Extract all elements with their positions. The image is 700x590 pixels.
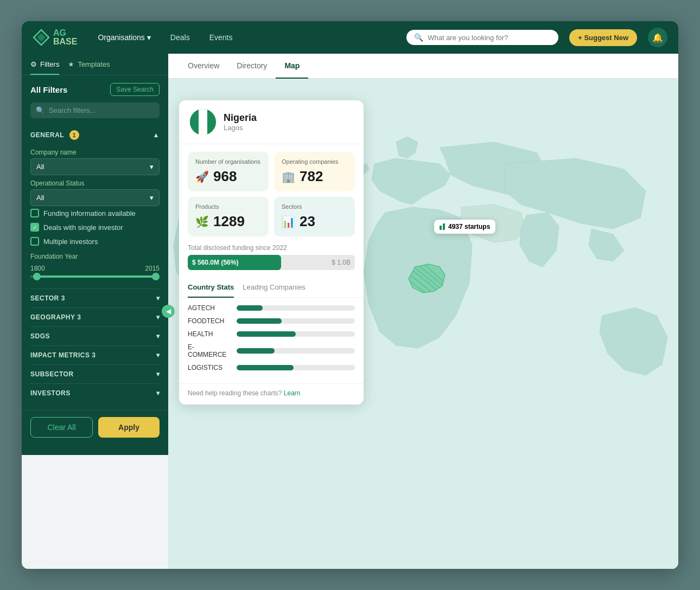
general-badge: 1 <box>69 130 79 140</box>
chevron-up-icon: ▲ <box>153 131 160 139</box>
chevron-down-icon: ▾ <box>156 313 160 321</box>
global-search-bar[interactable]: 🔍 <box>406 30 558 45</box>
deals-single-checkbox[interactable] <box>30 223 39 232</box>
filters-header: All Filters Save Search <box>30 83 160 96</box>
tab-map[interactable]: Map <box>276 54 308 79</box>
filter-group-impact-header[interactable]: IMPACT METRICS 3 ▾ <box>30 345 160 364</box>
foundation-year-range[interactable]: 1800 2015 <box>30 262 160 282</box>
top-navigation: AG BASE Organisations ▾ Deals Events 🔍 +… <box>22 21 678 54</box>
filter-group-investors-header[interactable]: INVESTORS ▾ <box>30 383 160 402</box>
stat-card-orgs: Number of organisations 🚀 968 <box>188 152 269 191</box>
bar-row: LOGISTICS <box>188 364 355 371</box>
sidebar-tab-templates[interactable]: ★ Templates <box>68 60 110 75</box>
chevron-down-icon: ▾ <box>156 370 160 378</box>
save-search-button[interactable]: Save Search <box>110 83 160 96</box>
nav-events[interactable]: Events <box>205 30 237 45</box>
filter-group-general: GENERAL 1 ▲ Company name All ▾ Operatio <box>30 126 160 286</box>
building-icon: 🏢 <box>282 170 295 183</box>
bar-label: AGTECH <box>188 304 231 312</box>
tab-directory[interactable]: Directory <box>228 54 276 79</box>
sidebar-wrapper: ⚙ Filters ★ Templates All Filters Save S… <box>22 54 168 569</box>
logo-text-base: BASE <box>53 37 77 46</box>
global-search-input[interactable] <box>428 34 551 42</box>
bar-label: FOODTECH <box>188 317 231 325</box>
nav-deals[interactable]: Deals <box>166 30 194 45</box>
sectors-label: Sectors <box>282 203 302 210</box>
filter-group-geography-header[interactable]: GEOGRAPHY 3 ▾ <box>30 307 160 326</box>
multiple-investors-checkbox[interactable] <box>30 237 39 246</box>
funding-info-checkbox[interactable] <box>30 209 39 217</box>
tooltip-label: 4937 startups <box>448 223 490 230</box>
funding-total: $ 1.0B <box>332 259 351 266</box>
bar-fill <box>237 348 275 354</box>
company-name-label: Company name <box>30 149 160 156</box>
suggest-new-button[interactable]: + Suggest New <box>569 29 637 46</box>
nav-organisations[interactable]: Organisations ▾ <box>93 30 155 45</box>
filter-group-sdgs-header[interactable]: SDGS ▾ <box>30 326 160 345</box>
sidebar-footer: Clear All Apply <box>22 410 168 444</box>
cs-tab-stats[interactable]: Country Stats <box>188 278 234 298</box>
sidebar-collapse-button[interactable]: ◀ <box>162 305 175 318</box>
bar-row: AGTECH <box>188 304 355 312</box>
operating-label: Operating companies <box>282 158 339 165</box>
operational-status-label: Operational Status <box>30 179 160 187</box>
funding-info-checkbox-row[interactable]: Funding information available <box>30 206 160 220</box>
range-max: 2015 <box>145 265 160 272</box>
sectors-value: 23 <box>300 213 315 230</box>
orgs-value: 968 <box>213 168 237 185</box>
chevron-left-icon: ◀ <box>166 307 171 315</box>
filters-title: All Filters <box>30 85 67 94</box>
tab-overview[interactable]: Overview <box>179 54 228 79</box>
chevron-down-icon: ▾ <box>156 389 160 397</box>
sector-badge: 3 <box>61 294 65 302</box>
country-name: Nigeria <box>224 112 257 124</box>
filter-search-box[interactable]: 🔍 <box>30 102 160 118</box>
apply-button[interactable]: Apply <box>98 417 160 438</box>
popup-footer: Need help reading these charts? Learn <box>179 383 364 405</box>
map-area[interactable]: 4937 startups Nigeria <box>168 79 678 569</box>
footer-learn-link[interactable]: Learn <box>284 389 301 397</box>
bar-row: E-COMMERCE <box>188 343 355 358</box>
chevron-down-icon: ▾ <box>156 332 160 340</box>
products-label: Products <box>195 203 219 210</box>
operational-status-select[interactable]: All ▾ <box>30 189 160 206</box>
logo[interactable]: AG BASE <box>33 29 77 46</box>
range-thumb-left[interactable] <box>33 273 41 280</box>
geography-badge: 3 <box>77 313 81 321</box>
filter-group-subsector-header[interactable]: SUBSECTOR ▾ <box>30 364 160 383</box>
search-icon: 🔍 <box>414 33 423 42</box>
filter-group-general-content: Company name All ▾ Operational Status Al… <box>30 149 160 286</box>
filter-search-input[interactable] <box>49 106 154 114</box>
funding-pct: (56%) <box>221 259 238 266</box>
stat-card-operating: Operating companies 🏢 782 <box>274 152 355 191</box>
chevron-down-icon: ▾ <box>150 163 154 171</box>
range-thumb-right[interactable] <box>152 273 160 280</box>
country-stats-tabs: Country Stats Leading Companies <box>179 278 364 298</box>
filter-icon: ⚙ <box>30 60 37 68</box>
funding-info-label: Funding information available <box>43 209 136 217</box>
tooltip-bars-icon <box>440 223 445 230</box>
impact-badge: 3 <box>92 351 96 359</box>
filter-group-general-header[interactable]: GENERAL 1 ▲ <box>30 126 160 144</box>
bar-row: FOODTECH <box>188 317 355 325</box>
sidebar-tab-filters[interactable]: ⚙ Filters <box>30 60 59 75</box>
rocket-icon: 🚀 <box>195 170 209 183</box>
clear-all-button[interactable]: Clear All <box>30 417 93 438</box>
country-popup-card: Nigeria Lagos Number of organisations 🚀 … <box>179 100 364 405</box>
multiple-investors-checkbox-row[interactable]: Multiple investors <box>30 234 160 248</box>
cs-tab-companies[interactable]: Leading Companies <box>243 278 306 298</box>
operating-value: 782 <box>300 168 323 185</box>
search-icon: 🔍 <box>36 106 44 114</box>
company-name-select[interactable]: All ▾ <box>30 158 160 175</box>
notification-button[interactable]: 🔔 <box>648 28 667 47</box>
bar-label: LOGISTICS <box>188 364 231 371</box>
chevron-down-icon: ▾ <box>156 294 160 302</box>
leaf-icon: 🌿 <box>195 215 209 228</box>
country-city: Lagos <box>224 124 257 132</box>
bar-label: E-COMMERCE <box>188 343 231 358</box>
deals-single-label: Deals with single investor <box>43 223 123 232</box>
filter-group-sector-header[interactable]: SECTOR 3 ▾ <box>30 288 160 307</box>
panel-tabs: Overview Directory Map <box>168 54 678 79</box>
deals-single-checkbox-row[interactable]: Deals with single investor <box>30 220 160 234</box>
stat-card-products: Products 🌿 1289 <box>188 197 269 236</box>
